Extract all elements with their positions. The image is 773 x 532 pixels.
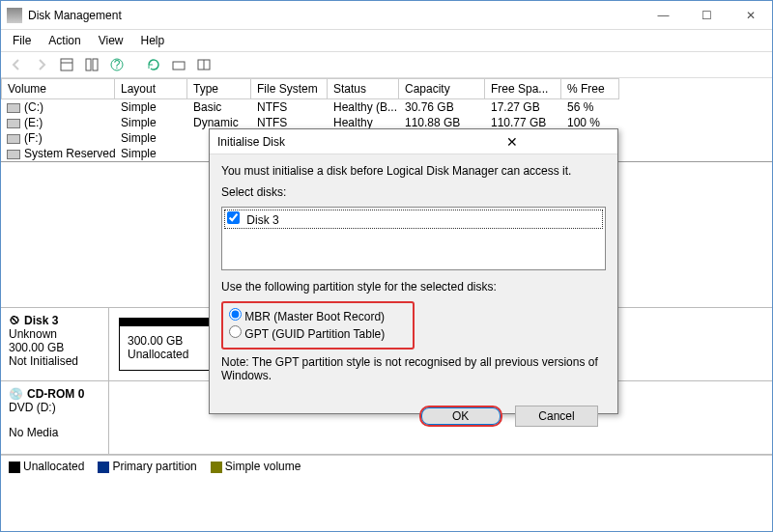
disc-icon: 💿: [9, 387, 23, 401]
disk-list-item[interactable]: Disk 3: [224, 210, 603, 229]
toolbar-btn-4[interactable]: [192, 54, 215, 75]
col-volume[interactable]: Volume: [1, 78, 115, 99]
toolbar-btn-3[interactable]: [167, 54, 190, 75]
window-title: Disk Management: [28, 9, 642, 22]
forward-button[interactable]: [30, 54, 53, 75]
col-layout[interactable]: Layout: [115, 78, 187, 99]
title-bar: Disk Management — ☐ ✕: [1, 1, 772, 30]
mbr-radio[interactable]: MBR (Master Boot Record): [229, 307, 407, 324]
app-icon: [7, 8, 22, 23]
swatch-simple: [211, 462, 222, 473]
partition-style-label: Use the following partition style for th…: [221, 280, 606, 294]
back-button[interactable]: [5, 54, 28, 75]
disk-label: 💿CD-ROM 0 DVD (D:) No Media: [1, 381, 109, 454]
menu-help[interactable]: Help: [133, 32, 173, 49]
col-pct[interactable]: % Free: [561, 78, 619, 99]
menu-action[interactable]: Action: [41, 32, 88, 49]
toolbar-btn-2[interactable]: [80, 54, 103, 75]
menu-view[interactable]: View: [91, 32, 131, 49]
grid-header: Volume Layout Type File System Status Ca…: [1, 78, 772, 99]
legend: Unallocated Primary partition Simple vol…: [1, 455, 772, 477]
dialog-message: You must initialise a disk before Logica…: [221, 164, 606, 178]
drive-icon: [7, 103, 20, 113]
cancel-button[interactable]: Cancel: [515, 406, 598, 427]
disk-warning-icon: 🛇: [9, 314, 20, 327]
disk-label: 🛇Disk 3 Unknown 300.00 GB Not Initialise…: [1, 308, 109, 380]
drive-icon: [7, 134, 20, 144]
toolbar: ?: [1, 51, 772, 78]
svg-text:?: ?: [114, 58, 121, 71]
svg-rect-2: [86, 59, 91, 70]
close-button[interactable]: ✕: [729, 1, 772, 30]
disk-list[interactable]: Disk 3: [221, 207, 606, 270]
ok-button[interactable]: OK: [419, 406, 502, 427]
select-disks-label: Select disks:: [221, 185, 606, 199]
disk-checkbox[interactable]: [227, 211, 240, 224]
dialog-titlebar[interactable]: Initialise Disk ✕: [210, 129, 617, 154]
menu-file[interactable]: File: [5, 32, 39, 49]
initialise-disk-dialog: Initialise Disk ✕ You must initialise a …: [209, 128, 618, 414]
col-capacity[interactable]: Capacity: [399, 78, 485, 99]
swatch-primary: [98, 462, 109, 473]
partition-style-group: MBR (Master Boot Record) GPT (GUID Parti…: [221, 301, 415, 350]
col-free[interactable]: Free Spa...: [485, 78, 561, 99]
menu-bar: File Action View Help: [1, 30, 772, 51]
col-filesystem[interactable]: File System: [251, 78, 328, 99]
maximize-button[interactable]: ☐: [685, 1, 729, 30]
refresh-icon[interactable]: [142, 54, 165, 75]
drive-icon: [7, 119, 20, 128]
col-type[interactable]: Type: [187, 78, 251, 99]
dialog-title: Initialise Disk: [217, 135, 414, 149]
svg-rect-3: [93, 59, 98, 70]
gpt-radio[interactable]: GPT (GUID Partition Table): [229, 324, 407, 342]
dialog-note: Note: The GPT partition style is not rec…: [221, 355, 606, 382]
drive-icon: [7, 150, 20, 159]
swatch-unallocated: [9, 462, 20, 473]
close-icon[interactable]: ✕: [414, 134, 610, 150]
help-icon[interactable]: ?: [105, 54, 129, 75]
table-row[interactable]: (C:) Simple Basic NTFS Healthy (B... 30.…: [1, 99, 772, 115]
svg-rect-0: [61, 59, 72, 70]
col-status[interactable]: Status: [328, 78, 399, 99]
toolbar-btn-1[interactable]: [55, 54, 78, 75]
minimize-button[interactable]: —: [642, 1, 685, 30]
svg-rect-6: [173, 62, 185, 70]
